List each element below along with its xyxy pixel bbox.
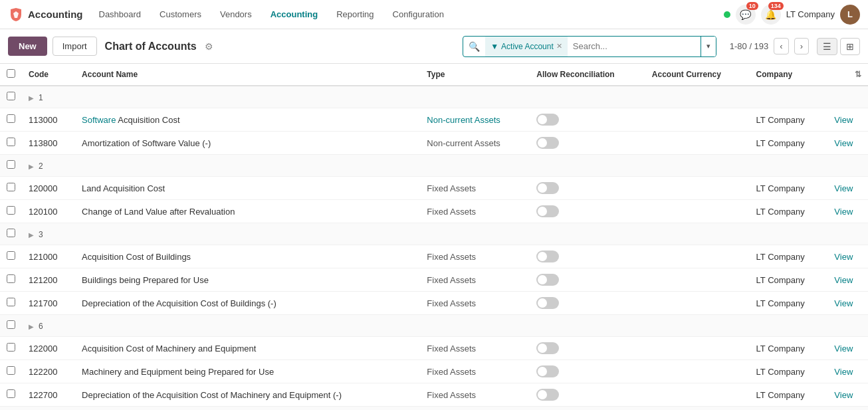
row-checkbox[interactable]: [7, 343, 15, 352]
group-label: ▶ 1: [22, 86, 868, 108]
row-checkbox[interactable]: [7, 298, 15, 306]
row-checkbox-cell[interactable]: [0, 132, 22, 155]
select-all-checkbox[interactable]: [7, 69, 15, 78]
reconciliation-toggle[interactable]: [536, 182, 559, 194]
settings-icon[interactable]: ⚙: [205, 41, 213, 52]
row-checkbox-cell[interactable]: [0, 337, 22, 360]
search-dropdown-button[interactable]: ▾: [701, 37, 716, 56]
group-expand-icon[interactable]: ▶: [29, 323, 34, 330]
reconciliation-toggle[interactable]: [536, 389, 559, 401]
row-checkbox-cell[interactable]: [0, 360, 22, 383]
view-link-cell[interactable]: View: [827, 245, 868, 268]
type-column-header[interactable]: Type: [420, 64, 530, 86]
kanban-view-button[interactable]: ⊞: [840, 38, 860, 55]
search-icon: 🔍: [463, 41, 485, 52]
account-code-cell: 121700: [22, 292, 75, 315]
group-checkbox-cell[interactable]: [0, 223, 22, 245]
select-all-header[interactable]: [0, 64, 22, 86]
import-button[interactable]: Import: [53, 37, 97, 56]
group-checkbox-cell[interactable]: [0, 155, 22, 177]
view-account-link[interactable]: View: [834, 138, 853, 148]
group-checkbox[interactable]: [7, 229, 15, 237]
row-checkbox[interactable]: [7, 114, 15, 123]
view-account-link[interactable]: View: [834, 344, 853, 354]
row-checkbox-cell[interactable]: [0, 383, 22, 407]
filter-chip-close[interactable]: ✕: [556, 42, 562, 51]
row-checkbox[interactable]: [7, 138, 15, 146]
activity-notification-button[interactable]: 🔔 134: [761, 5, 781, 25]
view-link-cell[interactable]: View: [827, 360, 868, 383]
view-account-link[interactable]: View: [834, 252, 853, 262]
view-link-cell[interactable]: View: [827, 292, 868, 315]
view-link-cell[interactable]: View: [827, 177, 868, 200]
reconciliation-toggle[interactable]: [536, 251, 559, 262]
row-checkbox[interactable]: [7, 366, 15, 375]
row-checkbox-cell[interactable]: [0, 292, 22, 315]
view-account-link[interactable]: View: [834, 275, 853, 285]
nav-customers[interactable]: Customers: [152, 5, 209, 23]
group-checkbox[interactable]: [7, 160, 15, 169]
app-logo[interactable]: Accounting: [8, 7, 83, 23]
group-expand-icon[interactable]: ▶: [29, 94, 34, 102]
view-link-cell[interactable]: View: [827, 200, 868, 223]
view-link-cell[interactable]: View: [827, 383, 868, 407]
row-checkbox[interactable]: [7, 251, 15, 260]
prev-page-button[interactable]: ‹: [774, 38, 788, 54]
nav-vendors[interactable]: Vendors: [212, 5, 260, 23]
account-type-link[interactable]: Non-current Assets: [427, 115, 500, 125]
group-expand-icon[interactable]: ▶: [29, 231, 34, 239]
view-account-link[interactable]: View: [834, 183, 853, 193]
column-settings-icon[interactable]: ⇅: [855, 70, 861, 79]
avatar[interactable]: L: [840, 5, 860, 25]
account-type-cell[interactable]: Non-current Assets: [420, 108, 530, 132]
table-row: 113800 Amortization of Software Value (-…: [0, 132, 868, 155]
row-checkbox-cell[interactable]: [0, 177, 22, 200]
nav-configuration[interactable]: Configuration: [385, 5, 452, 23]
account-name-text: Depreciation of the Acquisition Cost of …: [82, 390, 342, 400]
group-checkbox-cell[interactable]: [0, 86, 22, 108]
new-button[interactable]: New: [8, 37, 47, 56]
row-checkbox-cell[interactable]: [0, 245, 22, 268]
reconciliation-toggle[interactable]: [536, 342, 559, 354]
reconciliation-toggle[interactable]: [536, 365, 559, 377]
view-account-link[interactable]: View: [834, 298, 853, 308]
reconciliation-toggle[interactable]: [536, 114, 559, 126]
row-checkbox[interactable]: [7, 183, 15, 191]
column-settings-header[interactable]: ⇅: [827, 64, 868, 86]
view-account-link[interactable]: View: [834, 207, 853, 217]
reconciliation-toggle[interactable]: [536, 297, 559, 309]
company-cell: LT Company: [750, 337, 828, 360]
nav-dashboard[interactable]: Dashboard: [91, 5, 150, 23]
row-checkbox-cell[interactable]: [0, 200, 22, 223]
view-link-cell[interactable]: View: [827, 108, 868, 132]
group-checkbox[interactable]: [7, 92, 15, 100]
account-name-column-header[interactable]: Account Name: [75, 64, 420, 86]
group-checkbox-cell[interactable]: [0, 315, 22, 337]
view-account-link[interactable]: View: [834, 390, 853, 400]
account-name-text: Amortization of Software Value (-): [82, 138, 211, 148]
row-checkbox[interactable]: [7, 274, 15, 283]
row-checkbox[interactable]: [7, 389, 15, 398]
nav-reporting[interactable]: Reporting: [328, 5, 381, 23]
chat-notification-button[interactable]: 💬 10: [736, 5, 756, 25]
group-expand-icon[interactable]: ▶: [29, 163, 34, 170]
view-link-cell[interactable]: View: [827, 132, 868, 155]
view-account-link[interactable]: View: [834, 367, 853, 377]
nav-accounting[interactable]: Accounting: [263, 5, 326, 23]
group-checkbox-cell[interactable]: [0, 407, 22, 411]
row-checkbox-cell[interactable]: [0, 108, 22, 132]
row-checkbox[interactable]: [7, 206, 15, 215]
search-input[interactable]: [568, 41, 701, 51]
reconciliation-toggle[interactable]: [536, 274, 559, 286]
reconciliation-toggle[interactable]: [536, 205, 559, 217]
code-column-header[interactable]: Code: [22, 64, 75, 86]
table-row: 120100 Change of Land Value after Revalu…: [0, 200, 868, 223]
list-view-button[interactable]: ☰: [817, 38, 837, 55]
view-link-cell[interactable]: View: [827, 268, 868, 292]
next-page-button[interactable]: ›: [794, 38, 809, 54]
reconciliation-toggle[interactable]: [536, 137, 559, 149]
row-checkbox-cell[interactable]: [0, 268, 22, 292]
view-account-link[interactable]: View: [834, 115, 853, 125]
group-checkbox[interactable]: [7, 320, 15, 329]
view-link-cell[interactable]: View: [827, 337, 868, 360]
